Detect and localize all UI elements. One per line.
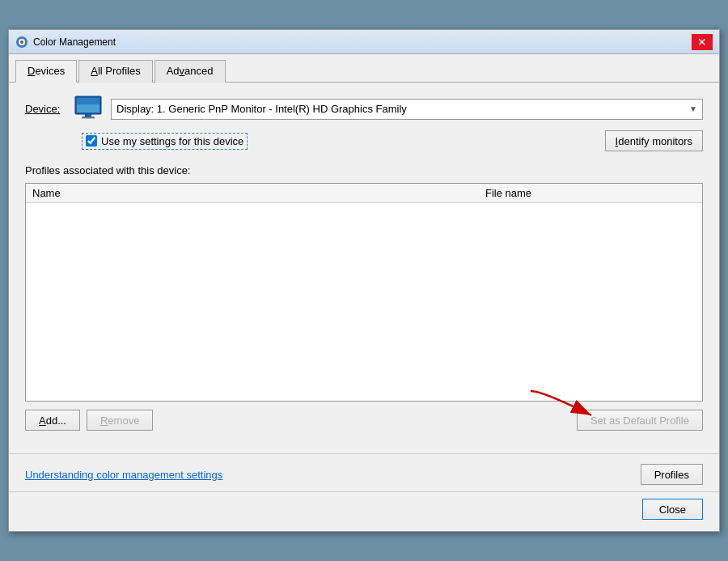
tab-content: Device: Display: 1. Generic PnP Monitor …	[9, 83, 719, 444]
window-icon	[15, 36, 28, 49]
window-title: Color Management	[33, 36, 692, 48]
left-buttons: Add... Remove	[25, 410, 153, 431]
tab-devices-label: Devices	[28, 65, 65, 77]
close-window-button[interactable]: ✕	[692, 34, 713, 50]
tab-all-profiles-label: All Profiles	[91, 65, 140, 77]
device-dropdown-text: Display: 1. Generic PnP Monitor - Intel(…	[116, 103, 407, 115]
tab-advanced-label: Advanced	[167, 65, 214, 77]
close-button-label: Close	[659, 504, 686, 516]
buttons-row: Add... Remove	[25, 410, 703, 431]
use-my-settings-checkbox[interactable]	[86, 135, 97, 147]
identify-monitors-button[interactable]: Identify monitors	[605, 130, 703, 151]
device-row: Device: Display: 1. Generic PnP Monitor …	[25, 96, 703, 122]
use-my-settings-text: Use my settings for this device	[101, 135, 243, 147]
color-management-link[interactable]: Understanding color management settings	[25, 469, 222, 481]
profiles-table: Name File name	[25, 183, 703, 402]
identify-monitors-label: Identify monitors	[616, 135, 692, 147]
remove-button[interactable]: Remove	[87, 410, 153, 431]
svg-point-2	[20, 40, 23, 44]
svg-rect-8	[82, 117, 95, 119]
tab-devices[interactable]: Devices	[15, 60, 77, 83]
svg-rect-5	[77, 98, 99, 104]
profiles-button-label: Profiles	[654, 469, 689, 481]
tab-bar: Devices All Profiles Advanced	[9, 54, 719, 83]
profiles-button[interactable]: Profiles	[641, 464, 703, 485]
add-button[interactable]: Add...	[25, 410, 80, 431]
use-my-settings-label[interactable]: Use my settings for this device	[82, 133, 248, 150]
red-arrow-icon	[527, 387, 616, 426]
tab-all-profiles[interactable]: All Profiles	[78, 60, 152, 83]
profiles-section-label: Profiles associated with this device:	[25, 164, 703, 176]
settings-row: Use my settings for this device Identify…	[82, 130, 703, 151]
dropdown-arrow-icon: ▼	[689, 104, 697, 113]
add-button-label: Add...	[39, 414, 66, 427]
tab-advanced[interactable]: Advanced	[154, 60, 226, 83]
table-header: Name File name	[26, 184, 702, 203]
table-body	[26, 203, 702, 393]
set-default-container: Set as Default Profile	[577, 410, 703, 431]
bottom-row: Close	[9, 491, 719, 531]
device-dropdown[interactable]: Display: 1. Generic PnP Monitor - Intel(…	[111, 99, 703, 120]
footer-row: Understanding color management settings …	[9, 464, 719, 491]
horizontal-divider	[9, 453, 719, 454]
device-label: Device:	[25, 103, 74, 115]
color-management-window: Color Management ✕ Devices All Profiles …	[8, 29, 720, 532]
remove-button-label: Remove	[100, 414, 139, 427]
monitor-icon	[74, 96, 103, 122]
title-bar: Color Management ✕	[9, 30, 719, 54]
close-button[interactable]: Close	[642, 499, 703, 520]
col-name-header: Name	[32, 187, 485, 199]
col-filename-header: File name	[485, 187, 696, 199]
